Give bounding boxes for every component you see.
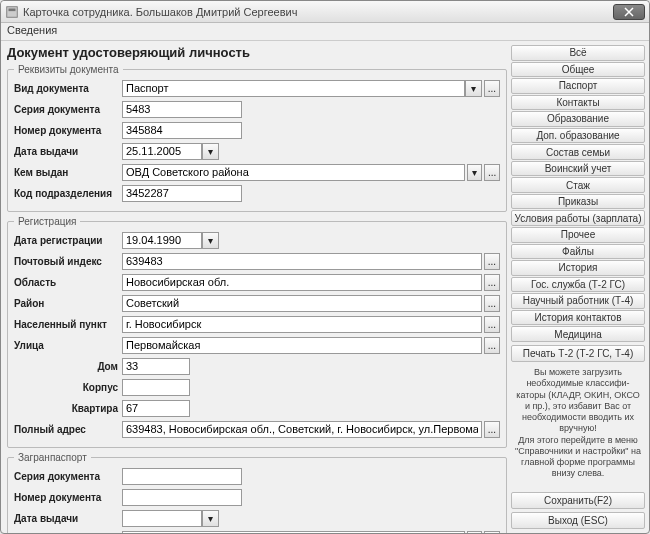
label-reg-date: Дата регистрации [14, 235, 122, 246]
reg-street-input[interactable] [122, 337, 482, 354]
nav-all[interactable]: Всё [511, 45, 645, 61]
fieldset-document-legend: Реквизиты документа [14, 64, 123, 75]
chevron-down-icon[interactable]: ▾ [465, 80, 482, 97]
doc-type-browse[interactable]: ... [484, 80, 500, 97]
save-button[interactable]: Сохранить(F2) [511, 492, 645, 509]
svg-rect-0 [7, 6, 18, 17]
zp-date-picker[interactable]: ▾ [122, 510, 219, 527]
reg-block-input[interactable] [122, 379, 190, 396]
chevron-down-icon[interactable]: ▾ [467, 164, 483, 181]
nav-scientist[interactable]: Научный работник (Т-4) [511, 293, 645, 309]
zp-date-input[interactable] [122, 510, 202, 527]
nav-education[interactable]: Образование [511, 111, 645, 127]
reg-district-input[interactable] [122, 295, 482, 312]
label-doc-date: Дата выдачи [14, 146, 122, 157]
doc-date-picker[interactable]: ▾ [122, 143, 219, 160]
chevron-down-icon[interactable]: ▾ [202, 143, 219, 160]
doc-series-input[interactable] [122, 101, 242, 118]
reg-postal-input[interactable] [122, 253, 482, 270]
nav-other[interactable]: Прочее [511, 227, 645, 243]
nav-military[interactable]: Воинский учет [511, 161, 645, 177]
nav-contacts[interactable]: Контакты [511, 95, 645, 111]
nav-stazh[interactable]: Стаж [511, 177, 645, 193]
doc-date-input[interactable] [122, 143, 202, 160]
fieldset-registration: Регистрация Дата регистрации ▾ Почтовый … [7, 216, 507, 448]
svg-rect-1 [9, 8, 16, 11]
reg-city-input[interactable] [122, 316, 482, 333]
reg-district-browse[interactable]: ... [484, 295, 500, 312]
nav-passport[interactable]: Паспорт [511, 78, 645, 94]
fieldset-foreign-passport: Загранпаспорт Серия документа Номер доку… [7, 452, 507, 533]
main-panel: Документ удостоверяющий личность Реквизи… [1, 41, 511, 533]
fieldset-document: Реквизиты документа Вид документа ▾ ... … [7, 64, 507, 212]
label-zp-number: Номер документа [14, 492, 122, 503]
print-button[interactable]: Печать Т-2 (Т-2 ГС, Т-4) [511, 345, 645, 362]
label-zp-series: Серия документа [14, 471, 122, 482]
label-reg-city: Населенный пункт [14, 319, 122, 330]
nav-orders[interactable]: Приказы [511, 194, 645, 210]
app-icon [5, 5, 19, 19]
reg-full-browse[interactable]: ... [484, 421, 500, 438]
reg-region-browse[interactable]: ... [484, 274, 500, 291]
menu-item[interactable]: Сведения [7, 24, 57, 36]
label-doc-code: Код подразделения [14, 188, 122, 199]
label-reg-street: Улица [14, 340, 122, 351]
window-title: Карточка сотрудника. Большаков Дмитрий С… [23, 6, 297, 18]
chevron-down-icon[interactable]: ▾ [467, 531, 483, 534]
label-doc-type: Вид документа [14, 83, 122, 94]
label-doc-issuer: Кем выдан [14, 167, 122, 178]
nav-gov-service[interactable]: Гос. служба (Т-2 ГС) [511, 277, 645, 293]
close-button[interactable] [613, 4, 645, 20]
nav-family[interactable]: Состав семьи [511, 144, 645, 160]
reg-apt-input[interactable] [122, 400, 190, 417]
zp-number-input[interactable] [122, 489, 242, 506]
fieldset-registration-legend: Регистрация [14, 216, 80, 227]
zp-issuer-input[interactable] [122, 531, 465, 534]
label-zp-date: Дата выдачи [14, 513, 122, 524]
label-reg-district: Район [14, 298, 122, 309]
menubar: Сведения [1, 23, 649, 41]
doc-code-input[interactable] [122, 185, 242, 202]
nav-files[interactable]: Файлы [511, 244, 645, 260]
page-title: Документ удостоверяющий личность [7, 45, 507, 60]
label-reg-apt: Квартира [14, 403, 122, 414]
reg-postal-browse[interactable]: ... [484, 253, 500, 270]
label-doc-series: Серия документа [14, 104, 122, 115]
nav-general[interactable]: Общее [511, 62, 645, 78]
reg-date-input[interactable] [122, 232, 202, 249]
doc-issuer-browse[interactable]: ... [484, 164, 500, 181]
reg-city-browse[interactable]: ... [484, 316, 500, 333]
nav-extra-edu[interactable]: Доп. образование [511, 128, 645, 144]
reg-street-browse[interactable]: ... [484, 337, 500, 354]
zp-series-input[interactable] [122, 468, 242, 485]
reg-house-input[interactable] [122, 358, 190, 375]
label-reg-region: Область [14, 277, 122, 288]
label-reg-block: Корпус [14, 382, 122, 393]
reg-full-input[interactable] [122, 421, 482, 438]
titlebar: Карточка сотрудника. Большаков Дмитрий С… [1, 1, 649, 23]
window: Карточка сотрудника. Большаков Дмитрий С… [0, 0, 650, 534]
nav-medicine[interactable]: Медицина [511, 326, 645, 342]
nav-salary[interactable]: Условия работы (зарплата) [511, 210, 645, 226]
fieldset-foreign-passport-legend: Загранпаспорт [14, 452, 91, 463]
chevron-down-icon[interactable]: ▾ [202, 510, 219, 527]
reg-date-picker[interactable]: ▾ [122, 232, 219, 249]
sidebar-info-text: Вы можете загрузить необходимые классифи… [513, 367, 643, 480]
doc-type-combo[interactable]: ▾ [122, 80, 482, 97]
label-reg-postal: Почтовый индекс [14, 256, 122, 267]
reg-region-input[interactable] [122, 274, 482, 291]
label-reg-full: Полный адрес [14, 424, 122, 435]
sidebar: Всё Общее Паспорт Контакты Образование Д… [511, 41, 649, 533]
zp-issuer-browse[interactable]: ... [484, 531, 500, 534]
nav-contact-hist[interactable]: История контактов [511, 310, 645, 326]
nav-history[interactable]: История [511, 260, 645, 276]
doc-type-input[interactable] [122, 80, 465, 97]
label-reg-house: Дом [14, 361, 122, 372]
doc-issuer-input[interactable] [122, 164, 465, 181]
exit-button[interactable]: Выход (ESC) [511, 512, 645, 529]
close-icon [624, 7, 634, 17]
doc-number-input[interactable] [122, 122, 242, 139]
chevron-down-icon[interactable]: ▾ [202, 232, 219, 249]
label-doc-number: Номер документа [14, 125, 122, 136]
